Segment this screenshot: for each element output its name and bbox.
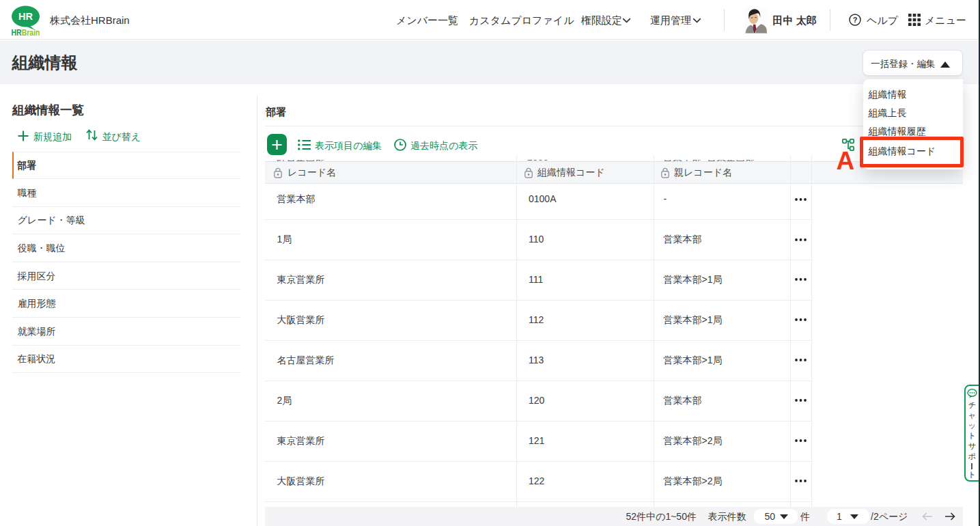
svg-text:HRBrain: HRBrain xyxy=(12,27,40,37)
svg-text:?: ? xyxy=(853,16,858,24)
svg-text:HR: HR xyxy=(18,11,33,22)
